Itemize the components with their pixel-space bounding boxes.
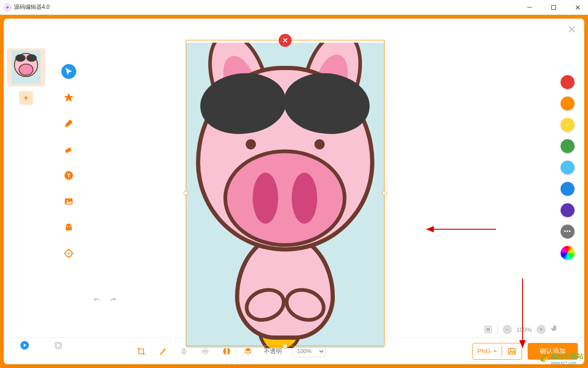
zoom-in-button[interactable]: + — [536, 325, 546, 334]
hand-tool-button[interactable] — [550, 324, 559, 335]
target-tool[interactable] — [61, 246, 76, 261]
star-tool[interactable] — [61, 90, 76, 105]
svg-rect-8 — [65, 147, 72, 153]
fit-to-screen-button[interactable] — [483, 325, 493, 334]
svg-rect-3 — [552, 5, 556, 9]
layers-panel-button[interactable] — [53, 340, 63, 350]
color-swatch-orange[interactable] — [561, 97, 575, 110]
thumb-index: 1 — [4, 65, 5, 70]
window-maximize-button[interactable] — [547, 1, 560, 14]
color-swatch-red[interactable] — [561, 75, 575, 89]
add-costume-button[interactable]: + — [19, 91, 33, 105]
ghost-tool[interactable] — [61, 220, 76, 235]
window-close-button[interactable] — [571, 1, 584, 14]
pen-tool[interactable] — [61, 116, 76, 131]
export-image-button[interactable] — [502, 343, 522, 359]
eraser-tool[interactable] — [61, 142, 76, 157]
export-format-select[interactable]: PNG — [473, 343, 502, 359]
color-swatch-blue[interactable] — [561, 182, 575, 196]
image-tool[interactable] — [61, 194, 76, 209]
color-swatch-green[interactable] — [561, 139, 575, 153]
selection-handle-bottom[interactable] — [283, 344, 287, 349]
crop-tool[interactable] — [136, 346, 147, 357]
app-icon — [4, 4, 11, 11]
watermark: 极光下载站 www.xz7.com — [539, 352, 583, 365]
color-swatch-lightblue[interactable] — [561, 161, 575, 174]
chevron-up-icon — [493, 349, 497, 353]
selection-delete-handle[interactable] — [279, 34, 292, 47]
costume-thumbnail[interactable] — [7, 48, 45, 86]
opacity-label: 不透明 — [264, 347, 282, 355]
svg-text:T: T — [67, 172, 71, 179]
modal-close-button[interactable] — [568, 25, 577, 34]
window-minimize-button[interactable] — [523, 1, 536, 14]
svg-rect-30 — [55, 342, 60, 348]
canvas-area[interactable] — [84, 43, 551, 337]
color-swatch-purple[interactable] — [561, 203, 575, 217]
svg-point-16 — [68, 252, 70, 254]
svg-point-1 — [6, 6, 9, 9]
svg-point-12 — [67, 200, 68, 201]
window-title: 源码编辑器4.0 — [14, 3, 523, 11]
color-swatch-gray[interactable]: ••• — [561, 225, 575, 239]
selection-handle-left[interactable] — [183, 191, 188, 195]
play-button[interactable] — [20, 340, 30, 350]
svg-rect-24 — [486, 328, 490, 331]
svg-rect-31 — [56, 343, 61, 349]
svg-point-14 — [69, 226, 71, 227]
select-tool[interactable] — [61, 64, 76, 79]
color-swatch-yellow[interactable] — [561, 118, 575, 132]
text-tool[interactable]: T — [61, 168, 76, 183]
svg-point-13 — [67, 226, 68, 227]
zoom-value: 100% — [516, 326, 532, 333]
selection-handle-right[interactable] — [382, 191, 387, 195]
zoom-out-button[interactable]: − — [503, 325, 512, 334]
magic-wand-tool[interactable] — [157, 346, 168, 357]
color-wheel-button[interactable] — [561, 246, 575, 260]
